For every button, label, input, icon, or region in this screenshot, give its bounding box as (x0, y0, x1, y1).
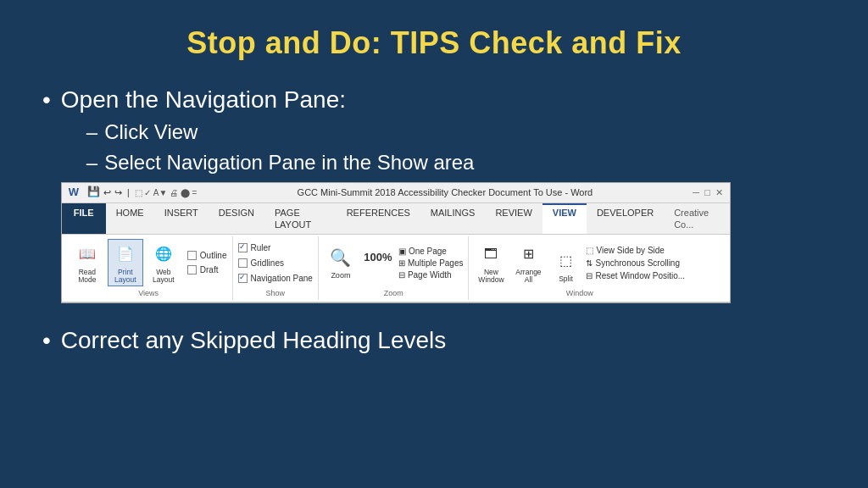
reset-pos-icon: ⊟ (586, 270, 593, 281)
ruler-label: Ruler (251, 242, 271, 253)
draft-cb[interactable] (187, 265, 197, 274)
redo-icon: ↪ (114, 186, 122, 198)
sync-scroll-btn[interactable]: ⇅ Synchronous Scrolling (586, 258, 685, 269)
qa-separator: | (127, 187, 130, 198)
window-label: Window (566, 289, 593, 299)
minimize-icon[interactable]: ─ (693, 186, 699, 198)
ruler-cb[interactable] (238, 243, 248, 252)
group-show: Ruler Gridlines Navigation (233, 236, 319, 300)
bullet-1: • Open the Navigation Pane: – Click View… (42, 85, 826, 303)
one-page-btn[interactable]: ▣ One Page (398, 246, 464, 257)
tab-view[interactable]: VIEW (542, 203, 587, 235)
tab-page-layout[interactable]: PAGE LAYOUT (264, 203, 337, 235)
tab-review[interactable]: REVIEW (485, 203, 542, 235)
btn-read-mode[interactable]: 📖 ReadMode (70, 240, 104, 286)
zoom-label: Zoom (331, 271, 350, 281)
one-page-label: One Page (409, 246, 447, 257)
navpane-label: Navigation Pane (251, 273, 313, 284)
read-mode-icon: 📖 (74, 241, 101, 269)
views-label: Views (138, 289, 159, 299)
content-area: • Open the Navigation Pane: – Click View… (42, 85, 826, 463)
view-side-btn[interactable]: ⬚ View Side by Side (586, 245, 685, 256)
navpane-row: Navigation Pane (238, 273, 313, 284)
dash-2: – (86, 149, 97, 175)
reset-pos-btn[interactable]: ⊟ Reset Window Positio... (586, 270, 685, 281)
bullet-dot-2: • (42, 325, 51, 356)
print-layout-icon: 📄 (112, 241, 139, 269)
btn-arrange[interactable]: ⊞ ArrangeAll (511, 240, 545, 286)
multiple-pages-btn[interactable]: ⊞ Multiple Pages (398, 258, 464, 269)
btn-web-layout[interactable]: 🌐 WebLayout (147, 240, 181, 286)
ribbon-title-bar: W 💾 ↩ ↪ | ⬚ ✓ A▼ 🖨 ⬤ = GCC Mini-Summit 2… (62, 183, 730, 203)
sub-bullets-1: – Click View – Select Navigation Pane in… (86, 119, 731, 175)
zoom-content: 🔍 Zoom 100% ‌ ▣ (324, 238, 464, 286)
tab-design[interactable]: DESIGN (209, 203, 264, 235)
btn-zoom-percent[interactable]: 100% ‌ (361, 242, 395, 283)
arrange-icon: ⊞ (515, 241, 542, 269)
split-label: Split (559, 274, 573, 284)
bullet-2-container: • Correct any Skipped Heading Levels (42, 325, 826, 356)
bullet-1-container: • Open the Navigation Pane: – Click View… (42, 85, 826, 303)
btn-zoom[interactable]: 🔍 Zoom (324, 242, 358, 283)
dash-1: – (86, 119, 97, 145)
view-side-label: View Side by Side (596, 245, 664, 256)
save-icon: 💾 (87, 186, 100, 199)
arrange-label: ArrangeAll (515, 269, 541, 285)
split-icon: ⬚ (552, 247, 579, 274)
page-width-icon: ⊟ (398, 269, 405, 280)
slide-title: Stop and Do: TIPS Check and Fix (42, 25, 826, 61)
btn-new-window[interactable]: 🗔 NewWindow (474, 240, 508, 286)
zoom-icon: 🔍 (327, 244, 354, 271)
navpane-cb[interactable] (238, 274, 248, 283)
views-extra: Outline Draft (187, 249, 227, 276)
gridlines-label: Gridlines (251, 258, 284, 269)
tab-developer[interactable]: DEVELOPER (587, 203, 664, 235)
btn-print-layout[interactable]: 📄 PrintLayout (108, 239, 143, 287)
zoom-pages: ▣ One Page ⊞ Multiple Pages (398, 246, 464, 280)
print-layout-label: PrintLayout (114, 269, 136, 285)
ribbon-body: 📖 ReadMode 📄 PrintLayout 🌐 (62, 235, 730, 302)
window-btns: 🗔 NewWindow ⊞ ArrangeAll ⬚ (474, 240, 582, 286)
sub-bullet-2-text: Select Navigation Pane in the Show area (104, 149, 474, 175)
tab-file[interactable]: FILE (62, 203, 106, 235)
page-width-btn[interactable]: ⊟ Page Width (398, 269, 464, 280)
window-right: ⬚ View Side by Side ⇅ Synchronous Scroll… (586, 245, 685, 281)
group-views: 📖 ReadMode 📄 PrintLayout 🌐 (65, 236, 233, 300)
maximize-icon[interactable]: □ (704, 186, 710, 198)
bullet-2: • Correct any Skipped Heading Levels (42, 325, 826, 356)
outline-cb[interactable] (187, 251, 197, 260)
views-content: 📖 ReadMode 📄 PrintLayout 🌐 (70, 238, 227, 286)
tab-creative[interactable]: Creative Co... (664, 203, 730, 235)
ruler-row: Ruler (238, 242, 313, 253)
sync-scroll-icon: ⇅ (586, 258, 593, 269)
view-side-icon: ⬚ (586, 245, 593, 256)
read-mode-label: ReadMode (78, 269, 96, 285)
qa-extras: ⬚ ✓ A▼ 🖨 ⬤ = (135, 187, 198, 198)
undo-icon: ↩ (103, 186, 111, 198)
btn-split[interactable]: ⬚ Split (548, 246, 582, 286)
show-content: Ruler Gridlines Navigation (238, 238, 313, 286)
tab-home[interactable]: HOME (106, 203, 154, 235)
web-layout-icon: 🌐 (150, 241, 177, 269)
gridlines-cb[interactable] (238, 258, 248, 268)
draft-label: Draft (200, 264, 219, 275)
ribbon-tabs: FILE HOME INSERT DESIGN PAGE LAYOUT REFE… (62, 203, 730, 236)
sub-bullet-1-text: Click View (104, 119, 198, 145)
gridlines-row: Gridlines (238, 258, 313, 269)
word-ribbon: W 💾 ↩ ↪ | ⬚ ✓ A▼ 🖨 ⬤ = GCC Mini-Summit 2… (61, 182, 731, 304)
multiple-pages-icon: ⊞ (398, 258, 405, 269)
show-label: Show (265, 289, 285, 299)
word-icon: W (69, 186, 79, 200)
zoom-percent-icon: 100% (364, 244, 392, 271)
window-content: 🗔 NewWindow ⊞ ArrangeAll ⬚ (474, 238, 685, 286)
bullet-1-text: Open the Navigation Pane: (61, 86, 346, 113)
tab-mailings[interactable]: MAILINGS (420, 203, 486, 235)
slide: Stop and Do: TIPS Check and Fix • Open t… (0, 0, 868, 488)
ribbon-title-text: GCC Mini-Summit 2018 Accessibility Check… (197, 186, 693, 198)
reset-pos-label: Reset Window Positio... (595, 270, 685, 281)
close-icon[interactable]: ✕ (715, 186, 723, 198)
tab-insert[interactable]: INSERT (154, 203, 209, 235)
one-page-icon: ▣ (398, 246, 406, 257)
outline-label: Outline (200, 250, 227, 261)
tab-references[interactable]: REFERENCES (337, 203, 420, 235)
